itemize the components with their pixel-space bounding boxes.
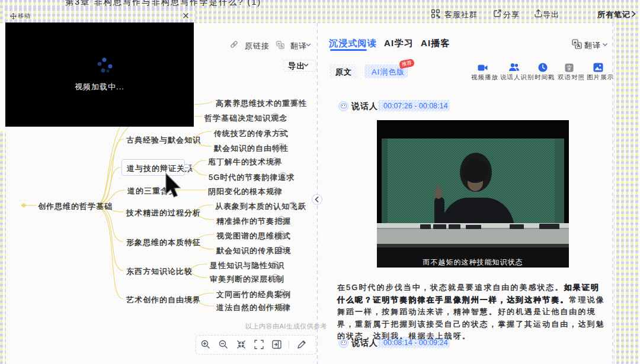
- svg-text:而不越矩的这种技能知识状态: 而不越矩的这种技能知识状态: [423, 258, 523, 266]
